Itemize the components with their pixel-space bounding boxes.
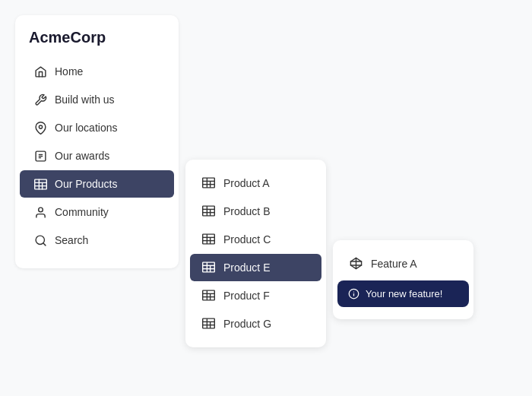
award-icon xyxy=(33,149,47,163)
svg-rect-44 xyxy=(203,318,215,328)
product-b-icon xyxy=(202,204,216,218)
new-feature-badge[interactable]: Your new feature! xyxy=(337,280,469,307)
home-icon xyxy=(33,65,47,78)
product-f-label: Product F xyxy=(223,290,270,302)
flyout-feature-a[interactable]: Feature A xyxy=(337,250,469,277)
sidebar-item-build-label: Build with us xyxy=(55,93,115,106)
sidebar-item-locations[interactable]: Our locations xyxy=(20,114,174,141)
sidebar-item-awards[interactable]: Our awards xyxy=(20,142,174,169)
sidebar-item-community[interactable]: Community xyxy=(20,198,174,226)
product-c-icon xyxy=(202,233,216,246)
sidebar-item-build[interactable]: Build with us xyxy=(20,86,174,113)
flyout-product-g[interactable]: Product G xyxy=(190,310,321,337)
flyout-features: Feature A Your new feature! xyxy=(333,240,473,319)
product-e-icon xyxy=(202,261,216,274)
feature-a-label: Feature A xyxy=(371,258,417,270)
product-c-label: Product C xyxy=(223,233,271,246)
new-feature-label: Your new feature! xyxy=(366,288,442,299)
person-icon xyxy=(33,205,47,219)
product-a-icon xyxy=(202,176,216,190)
flyout-product-b[interactable]: Product B xyxy=(190,198,321,225)
sidebar-item-community-label: Community xyxy=(55,206,109,218)
product-a-label: Product A xyxy=(223,177,270,189)
sidebar-item-home-label: Home xyxy=(55,65,83,78)
svg-rect-20 xyxy=(203,206,215,216)
svg-point-11 xyxy=(38,208,43,212)
flyout-product-e[interactable]: Product E xyxy=(190,254,321,281)
location-icon xyxy=(33,121,47,135)
svg-rect-26 xyxy=(203,234,215,244)
brand-title: AcmeCorp xyxy=(15,29,179,57)
svg-rect-32 xyxy=(203,262,215,272)
sidebar-item-home[interactable]: Home xyxy=(20,58,174,85)
flyout-product-c[interactable]: Product C xyxy=(190,226,321,253)
flyout-product-a[interactable]: Product A xyxy=(190,169,321,197)
sidebar-item-awards-label: Our awards xyxy=(55,150,109,162)
search-icon xyxy=(33,233,47,247)
sidebar-item-search[interactable]: Search xyxy=(20,227,174,254)
sidebar-item-search-label: Search xyxy=(55,234,88,246)
svg-rect-5 xyxy=(34,179,46,189)
sidebar: AcmeCorp Home Build with us Our location… xyxy=(15,15,179,268)
sidebar-item-locations-label: Our locations xyxy=(55,122,117,134)
building-icon xyxy=(33,177,47,191)
sidebar-item-products-label: Our Products xyxy=(55,178,117,190)
product-f-icon xyxy=(202,289,216,303)
flyout-product-f[interactable]: Product F xyxy=(190,282,321,309)
svg-rect-14 xyxy=(203,178,215,188)
diamond-icon xyxy=(350,257,363,271)
svg-line-13 xyxy=(43,242,45,245)
svg-rect-38 xyxy=(203,290,215,300)
product-g-label: Product G xyxy=(223,318,271,330)
sidebar-item-products[interactable]: Our Products xyxy=(20,170,174,198)
flyout-products: Product A Product B Product C xyxy=(185,160,326,347)
svg-point-0 xyxy=(39,125,42,128)
wrench-icon xyxy=(33,93,47,106)
product-e-label: Product E xyxy=(223,261,270,274)
info-icon xyxy=(348,288,359,299)
product-g-icon xyxy=(202,317,216,331)
product-b-label: Product B xyxy=(223,205,270,217)
